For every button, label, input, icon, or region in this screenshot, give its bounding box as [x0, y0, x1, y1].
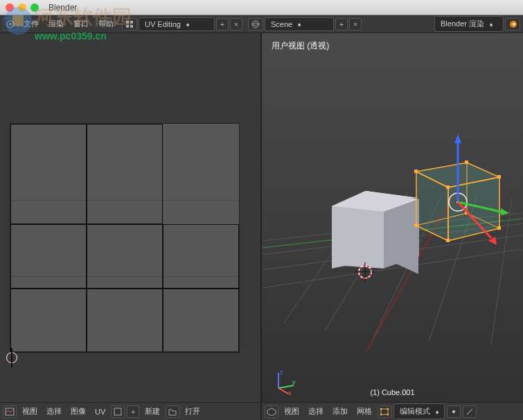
viewport-header-text: 用户视图 (透视): [272, 40, 329, 52]
uv-grid: [10, 123, 240, 353]
svg-line-64: [467, 409, 472, 414]
3d-scene: [262, 33, 523, 402]
svg-point-60: [387, 408, 389, 410]
mode-label: 编辑模式: [400, 406, 430, 417]
svg-marker-47: [454, 134, 461, 143]
cube-solid-left: [332, 206, 384, 268]
svg-line-56: [278, 388, 288, 394]
scene-add-button[interactable]: +: [335, 18, 348, 30]
3d-viewport: 用户视图 (透视): [262, 33, 523, 420]
uv-menu-uvs[interactable]: UV: [91, 405, 109, 418]
layout-dropdown[interactable]: UV Editing: [139, 17, 215, 31]
svg-text:z: z: [280, 369, 283, 376]
3d-menu-mesh[interactable]: 网格: [353, 404, 375, 419]
menu-file[interactable]: 文件: [19, 17, 43, 31]
uv-menu-select[interactable]: 选择: [43, 404, 65, 419]
menu-window[interactable]: 窗口: [69, 17, 93, 31]
uv-2d-cursor: [4, 350, 19, 365]
3d-menu-add[interactable]: 添加: [329, 404, 351, 419]
svg-rect-39: [446, 185, 450, 189]
svg-rect-41: [446, 239, 450, 242]
blender-logo-icon: [505, 18, 520, 30]
layout-label: UV Editing: [145, 20, 181, 28]
uv-new-image-button[interactable]: +: [127, 405, 139, 418]
zoom-window-button[interactable]: [30, 3, 39, 12]
3d-toolbar: 视图 选择 添加 网格 编辑模式: [262, 402, 523, 420]
svg-rect-5: [130, 21, 133, 24]
svg-rect-36: [414, 170, 418, 173]
main-split: 视图 选择 图像 UV + 新建 打开 用户视图 (透视): [0, 33, 523, 420]
svg-marker-49: [501, 208, 509, 215]
svg-rect-58: [381, 409, 388, 414]
close-window-button[interactable]: [6, 3, 14, 12]
uv-image-browse-icon[interactable]: [111, 405, 125, 418]
uv-islands: [10, 124, 239, 352]
svg-point-10: [513, 23, 515, 26]
window-title: Blender: [48, 3, 77, 12]
uv-menu-view[interactable]: 视图: [19, 404, 41, 419]
select-mode-vertex-icon[interactable]: [447, 405, 461, 418]
uv-toolbar: 视图 选择 图像 UV + 新建 打开: [0, 402, 260, 420]
editor-type-icon[interactable]: [3, 18, 18, 30]
svg-text:y: y: [292, 378, 296, 385]
svg-line-54: [278, 385, 294, 388]
3d-editor-type-icon[interactable]: [265, 405, 278, 418]
render-engine-dropdown[interactable]: Blender 渲染: [434, 16, 504, 32]
svg-rect-38: [497, 175, 501, 179]
menu-render[interactable]: 渲染: [44, 17, 68, 31]
mode-icon[interactable]: [378, 405, 391, 418]
minimize-window-button[interactable]: [18, 3, 26, 12]
svg-point-3: [9, 23, 12, 26]
svg-rect-6: [126, 25, 129, 28]
uv-canvas[interactable]: [0, 33, 260, 402]
3d-menu-view[interactable]: 视图: [281, 404, 303, 419]
uv-menu-image[interactable]: 图像: [67, 404, 89, 419]
scene-remove-button[interactable]: ×: [349, 18, 362, 30]
window-titlebar: Blender: [0, 0, 523, 15]
3d-menu-select[interactable]: 选择: [305, 404, 327, 419]
svg-point-59: [380, 408, 382, 410]
svg-point-61: [380, 413, 382, 415]
scene-browse-icon[interactable]: [248, 18, 263, 30]
uv-new-label[interactable]: 新建: [141, 404, 163, 419]
menu-help[interactable]: 帮助: [94, 17, 118, 31]
mode-dropdown[interactable]: 编辑模式: [393, 403, 445, 419]
svg-rect-37: [465, 161, 468, 164]
svg-point-62: [387, 413, 389, 415]
scene-label: Scene: [271, 20, 292, 28]
svg-rect-42: [497, 226, 501, 230]
3d-canvas[interactable]: 用户视图 (透视): [262, 33, 523, 402]
layout-browse-icon[interactable]: [122, 18, 137, 30]
uv-open-folder-icon[interactable]: [166, 405, 179, 418]
scene-dropdown[interactable]: Scene: [265, 17, 334, 31]
render-engine-label: Blender 渲染: [441, 19, 484, 29]
svg-point-63: [452, 410, 455, 413]
svg-rect-12: [114, 408, 121, 415]
layout-add-button[interactable]: +: [216, 18, 229, 30]
svg-rect-7: [130, 25, 133, 28]
info-header: 文件 渲染 窗口 帮助 UV Editing + × Scene + × Ble…: [0, 15, 523, 33]
uv-editor: 视图 选择 图像 UV + 新建 打开: [0, 33, 262, 420]
svg-text:x: x: [288, 390, 292, 395]
layout-remove-button[interactable]: ×: [230, 18, 242, 30]
svg-rect-4: [126, 21, 129, 24]
uv-open-label[interactable]: 打开: [181, 404, 204, 419]
select-mode-edge-icon[interactable]: [463, 405, 477, 418]
svg-rect-40: [414, 223, 418, 227]
active-object-label: (1) Cube.001: [370, 388, 414, 396]
axis-mini-widget: z y x: [272, 367, 299, 395]
uv-editor-type-icon[interactable]: [3, 405, 17, 418]
